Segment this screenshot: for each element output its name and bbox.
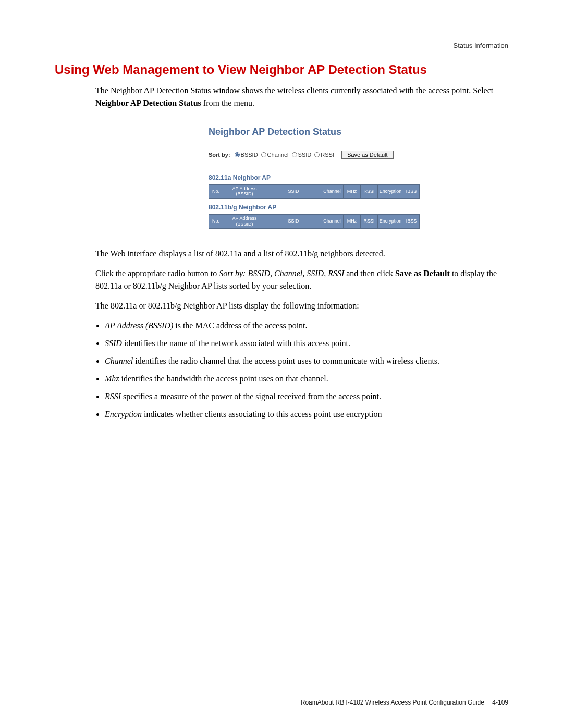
- list-item: Encryption indicates whether clients ass…: [105, 408, 508, 421]
- panel-title: Neighbor AP Detection Status: [209, 125, 396, 139]
- term: AP Address (BSSID): [105, 321, 173, 330]
- col-no-bg: No.: [209, 215, 223, 229]
- table-80211bg: No. AP Address (BSSID) SSID Channel MHz …: [209, 214, 420, 229]
- col-rssi-bg: RSSI: [361, 215, 378, 229]
- rest: identifies the name of the network assoc…: [122, 339, 350, 348]
- list-item: Mhz identifies the bandwidth the access …: [105, 373, 508, 385]
- col-ap-address-bg-l2: (BSSID): [236, 221, 253, 227]
- sort-option-rssi[interactable]: RSSI: [314, 151, 334, 159]
- col-ssid: SSID: [266, 184, 321, 199]
- page-title: Using Web Management to View Neighbor AP…: [55, 63, 508, 77]
- sort-option-channel[interactable]: Channel: [261, 151, 289, 159]
- list-item: SSID identifies the name of the network …: [105, 337, 508, 350]
- col-channel-bg: Channel: [321, 215, 344, 229]
- col-ap-address-bg-l1: AP Address: [232, 216, 257, 221]
- field-definitions-list: AP Address (BSSID) is the MAC address of…: [105, 319, 508, 421]
- col-ap-address: AP Address (BSSID): [223, 184, 266, 199]
- term: Channel: [105, 356, 133, 365]
- sort-row: Sort by: BSSID Channel SSID RSSI Sav: [209, 151, 396, 159]
- sort-radio-rssi[interactable]: [314, 152, 320, 157]
- p3-bold: Save as Default: [395, 269, 450, 278]
- footer-page-number: 4-109: [492, 699, 508, 706]
- sort-radio-ssid[interactable]: [292, 152, 297, 157]
- intro-paragraph: The Neighbor AP Detection Status window …: [95, 84, 508, 109]
- section-80211bg-heading: 802.11b/g Neighbor AP: [209, 203, 396, 212]
- paragraph-web-interface: The Web interface displays a list of 802…: [95, 248, 508, 260]
- p3-a: Click the appropriate radio button to: [95, 269, 219, 278]
- col-ap-address-bg: AP Address (BSSID): [223, 215, 266, 229]
- rest: indicates whether clients associating to…: [142, 410, 382, 418]
- col-rssi: RSSI: [361, 184, 378, 199]
- table-80211a: No. AP Address (BSSID) SSID Channel MHz …: [209, 184, 420, 199]
- col-encryption: Encryption: [378, 184, 403, 199]
- footer-doc-title: RoamAbout RBT-4102 Wireless Access Point…: [301, 699, 484, 706]
- col-mhz: MHz: [344, 184, 361, 199]
- header-section-label: Status Information: [55, 42, 508, 50]
- sort-label: Sort by:: [209, 151, 230, 159]
- section-80211a-heading: 802.11a Neighbor AP: [209, 173, 396, 182]
- rest: specifies a measure of the power of the …: [121, 392, 381, 401]
- p3-italic: Sort by: BSSID, Channel, SSID, RSSI: [219, 269, 344, 278]
- rest: identifies the bandwidth the access poin…: [119, 374, 328, 383]
- list-item: AP Address (BSSID) is the MAC address of…: [105, 319, 508, 332]
- sort-option-ssid[interactable]: SSID: [292, 151, 312, 159]
- sort-option-channel-label: Channel: [267, 151, 289, 159]
- paragraph-lists-display: The 802.11a or 802.11b/g Neighbor AP lis…: [95, 300, 508, 312]
- term: Mhz: [105, 374, 119, 383]
- list-item: RSSI specifies a measure of the power of…: [105, 390, 508, 403]
- sort-option-ssid-label: SSID: [298, 151, 312, 159]
- paragraph-sort-instructions: Click the appropriate radio button to So…: [95, 267, 508, 292]
- sort-radio-bssid[interactable]: [235, 152, 240, 157]
- p3-c: and then click: [344, 269, 395, 278]
- col-ibss: IBSS: [403, 184, 420, 199]
- intro-text-c: from the menu.: [201, 98, 254, 107]
- col-ibss-bg: IBSS: [403, 215, 420, 229]
- intro-bold: Neighbor AP Detection Status: [95, 98, 201, 107]
- col-encryption-bg: Encryption: [378, 215, 403, 229]
- sort-option-bssid[interactable]: BSSID: [235, 151, 258, 159]
- term: RSSI: [105, 392, 121, 401]
- sort-radio-channel[interactable]: [261, 152, 266, 157]
- col-ap-address-l2: (BSSID): [236, 191, 253, 196]
- col-ap-address-l1: AP Address: [232, 186, 257, 191]
- intro-text-a: The Neighbor AP Detection Status window …: [95, 86, 493, 95]
- sort-option-rssi-label: RSSI: [321, 151, 334, 159]
- col-no: No.: [209, 184, 223, 199]
- term: Encryption: [105, 410, 142, 418]
- col-ssid-bg: SSID: [266, 215, 321, 229]
- rest: is the MAC address of the access point.: [173, 321, 307, 330]
- neighbor-ap-panel: Neighbor AP Detection Status Sort by: BS…: [198, 118, 406, 236]
- col-channel: Channel: [321, 184, 344, 199]
- rest: identifies the radio channel that the ac…: [133, 356, 439, 365]
- save-as-default-button[interactable]: Save as Default: [341, 151, 394, 159]
- page-footer: RoamAbout RBT-4102 Wireless Access Point…: [301, 699, 508, 706]
- sort-option-bssid-label: BSSID: [241, 151, 258, 159]
- col-mhz-bg: MHz: [344, 215, 361, 229]
- term: SSID: [105, 339, 122, 348]
- list-item: Channel identifies the radio channel tha…: [105, 355, 508, 367]
- header-rule: [55, 53, 508, 53]
